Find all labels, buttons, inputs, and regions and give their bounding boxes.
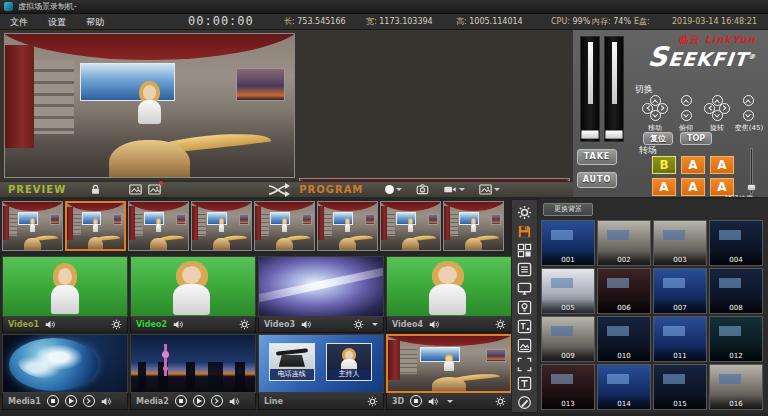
angle-thumbnail-3[interactable] (128, 201, 189, 251)
channel-media2[interactable]: Media2 (130, 334, 256, 410)
scene-item[interactable]: 015 (653, 364, 707, 410)
speaker-icon[interactable] (101, 396, 112, 407)
menu-settings[interactable]: 设置 (42, 14, 72, 30)
play-button[interactable] (193, 395, 205, 407)
angle-thumbnail-6[interactable] (317, 201, 378, 251)
media1-preview[interactable] (2, 334, 128, 393)
monitor-icon[interactable] (514, 279, 535, 297)
channel-video3[interactable]: Video3 (258, 256, 384, 333)
lighting-icon[interactable] (514, 298, 535, 316)
stop-button[interactable] (410, 395, 422, 407)
scene-item[interactable]: 006 (597, 268, 651, 314)
transition-b-button[interactable]: B (652, 156, 676, 174)
video3-preview[interactable] (258, 256, 384, 317)
channel-3d[interactable]: 3D (386, 334, 512, 410)
scene-item[interactable]: 010 (597, 316, 651, 362)
pad-down-button[interactable] (681, 110, 692, 121)
transition-a-button[interactable]: A (710, 156, 734, 174)
crop-frame-icon[interactable] (514, 355, 535, 373)
remove-image-icon[interactable] (148, 183, 161, 196)
gear-icon[interactable] (239, 319, 250, 330)
scene-item[interactable]: 001 (541, 220, 595, 266)
loop-button[interactable] (211, 395, 223, 407)
transition-a-button[interactable]: A (652, 178, 676, 196)
tbar-handle[interactable] (605, 130, 623, 139)
auto-button[interactable]: AUTO (577, 172, 617, 188)
text-tool-icon[interactable] (514, 374, 535, 392)
gear-icon[interactable] (495, 396, 506, 407)
transition-a-button[interactable]: A (681, 156, 705, 174)
playlist-icon[interactable] (514, 260, 535, 278)
transition-speed-slider[interactable] (746, 148, 756, 194)
menu-help[interactable]: 帮助 (80, 14, 110, 30)
pad-up-button[interactable] (743, 95, 754, 106)
scene-item[interactable]: 008 (709, 268, 763, 314)
line-preview[interactable]: 电话连线 主持人 (258, 334, 384, 393)
video2-preview[interactable] (130, 256, 256, 317)
angle-thumbnail-4[interactable] (191, 201, 252, 251)
speaker-icon[interactable] (301, 319, 312, 330)
change-background-button[interactable]: 更换背景 (543, 203, 593, 216)
slider-thumb[interactable] (747, 184, 756, 191)
save-icon[interactable] (514, 222, 535, 240)
add-image-icon[interactable] (129, 183, 142, 196)
angle-thumbnail-1[interactable] (2, 201, 63, 251)
scene-item[interactable]: 007 (653, 268, 707, 314)
line-host-source[interactable]: 主持人 (326, 343, 372, 381)
scene-item[interactable]: 014 (597, 364, 651, 410)
scene-item[interactable]: 002 (597, 220, 651, 266)
preview-monitor[interactable] (4, 33, 295, 178)
channel-line[interactable]: 电话连线 主持人 Line (258, 334, 384, 410)
pad-down-button[interactable] (650, 110, 661, 121)
settings-gear-icon[interactable] (514, 203, 535, 221)
channel-video4[interactable]: Video4 (386, 256, 512, 333)
swap-transition-icon[interactable] (267, 183, 291, 197)
media2-preview[interactable] (130, 334, 256, 393)
output-image-icon[interactable] (479, 183, 500, 196)
stop-button[interactable] (175, 395, 187, 407)
pad-down-button[interactable] (712, 110, 723, 121)
speaker-icon[interactable] (45, 319, 56, 330)
menu-file[interactable]: 文件 (4, 14, 34, 30)
top-button[interactable]: TOP (680, 132, 712, 145)
channel-video1[interactable]: Video1 (2, 256, 128, 333)
gear-icon[interactable] (353, 319, 364, 330)
pad-up-button[interactable] (681, 95, 692, 106)
stream-icon[interactable] (443, 183, 465, 196)
angle-thumbnail-2-selected[interactable] (65, 201, 126, 251)
take-button[interactable]: TAKE (577, 149, 617, 165)
tbar-track-right[interactable] (604, 36, 624, 142)
speaker-icon[interactable] (429, 319, 440, 330)
video1-preview[interactable] (2, 256, 128, 317)
tbar-handle[interactable] (581, 130, 599, 139)
scene-item[interactable]: 004 (709, 220, 763, 266)
scene-item[interactable]: 003 (653, 220, 707, 266)
scene-item[interactable]: 011 (653, 316, 707, 362)
angle-thumbnail-8[interactable] (443, 201, 504, 251)
line-phone-source[interactable]: 电话连线 (269, 343, 315, 381)
gear-icon[interactable] (367, 396, 378, 407)
gear-icon[interactable] (495, 319, 506, 330)
stop-button[interactable] (47, 395, 59, 407)
transition-a-button[interactable]: A (681, 178, 705, 196)
draw-pen-icon[interactable] (514, 393, 535, 411)
subtitle-icon[interactable] (514, 317, 535, 335)
layout-grid-icon[interactable] (514, 241, 535, 259)
angle-thumbnail-5[interactable] (254, 201, 315, 251)
channel-video2[interactable]: Video2 (130, 256, 256, 333)
scene-item[interactable]: 012 (709, 316, 763, 362)
speaker-icon[interactable] (229, 396, 240, 407)
pad-down-button[interactable] (743, 110, 754, 121)
record-button[interactable] (385, 185, 402, 194)
angle-thumbnail-7[interactable] (380, 201, 441, 251)
lock-icon[interactable] (90, 184, 101, 195)
video4-preview[interactable] (386, 256, 512, 317)
gear-icon[interactable] (111, 319, 122, 330)
play-button[interactable] (65, 395, 77, 407)
scene-item[interactable]: 005 (541, 268, 595, 314)
scene-item[interactable]: 009 (541, 316, 595, 362)
channel-media1[interactable]: Media1 (2, 334, 128, 410)
tbar-track-left[interactable] (580, 36, 600, 142)
snapshot-icon[interactable] (416, 183, 429, 196)
3d-preview-selected[interactable] (386, 334, 512, 393)
